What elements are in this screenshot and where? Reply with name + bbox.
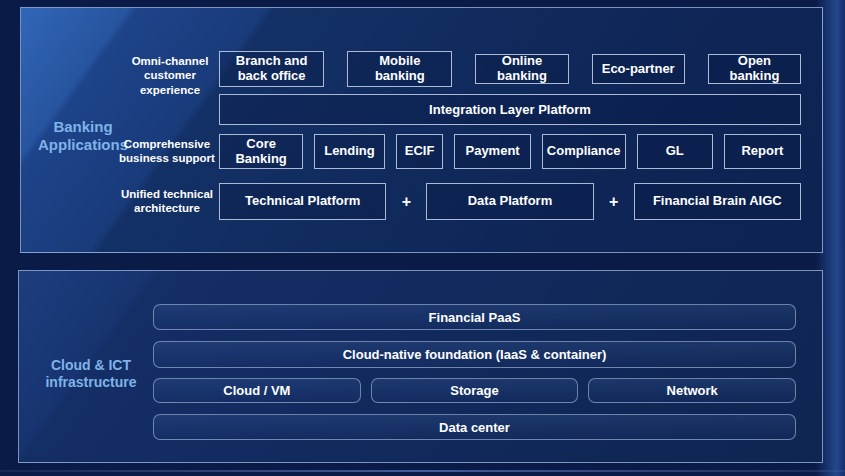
box-cloud-vm: Cloud / VM	[153, 378, 361, 403]
bar-data-center: Data center	[153, 414, 796, 440]
label-omni-channel-customer-experience: Omni-channel customer experience	[120, 54, 220, 97]
infrastructure-row: Cloud / VM Storage Network	[153, 378, 796, 403]
box-eco-partner: Eco-partner	[592, 54, 685, 84]
bar-cloud-native-foundation: Cloud-native foundation (IaaS & containe…	[153, 341, 796, 368]
box-financial-brain-aigc: Financial Brain AIGC	[634, 183, 801, 220]
box-gl: GL	[637, 134, 713, 169]
box-ecif: ECIF	[396, 134, 444, 169]
box-report: Report	[724, 134, 801, 169]
bottom-edge-highlight	[0, 470, 845, 472]
box-technical-platform: Technical Platform	[219, 183, 386, 220]
plus-sign: +	[594, 183, 634, 220]
box-payment: Payment	[454, 134, 530, 169]
box-storage: Storage	[371, 378, 579, 403]
banking-applications-panel: Banking Applications Omni-channel custom…	[20, 7, 823, 253]
bar-financial-paas: Financial PaaS	[153, 304, 796, 330]
cloud-ict-infrastructure-panel: Cloud & ICT infrastructure Financial Paa…	[18, 270, 823, 463]
architecture-diagram: Banking Applications Omni-channel custom…	[0, 0, 845, 476]
box-open-banking: Open banking	[708, 54, 801, 84]
box-online-banking: Online banking	[475, 54, 568, 84]
omni-channel-row: Branch and back office Mobile banking On…	[219, 51, 801, 87]
box-compliance: Compliance	[542, 134, 626, 169]
label-comprehensive-business-support: Comprehensive business support	[115, 137, 219, 166]
plus-sign: +	[386, 183, 426, 220]
box-core-banking: Core Banking	[219, 134, 303, 169]
integration-layer-platform-bar: Integration Layer Platform	[219, 94, 801, 125]
business-support-row: Core Banking Lending ECIF Payment Compli…	[219, 134, 801, 169]
box-data-platform: Data Platform	[426, 183, 593, 220]
technical-architecture-row: Technical Platform + Data Platform + Fin…	[219, 183, 801, 220]
box-mobile-banking: Mobile banking	[347, 51, 452, 87]
box-network: Network	[588, 378, 796, 403]
cloud-ict-infrastructure-title: Cloud & ICT infrastructure	[31, 357, 151, 391]
box-branch-and-back-office: Branch and back office	[219, 51, 324, 87]
box-lending: Lending	[314, 134, 384, 169]
label-unified-technical-architecture: Unified technical architecture	[116, 187, 218, 216]
